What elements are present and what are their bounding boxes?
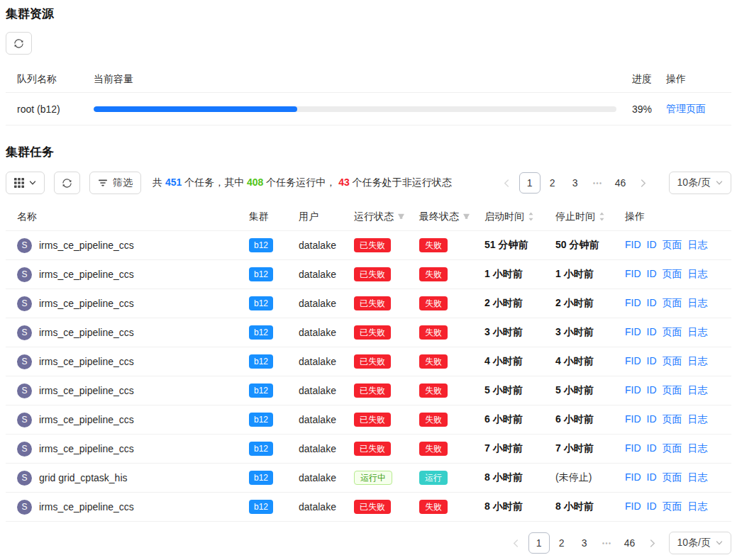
page-link[interactable]: 页面 (663, 268, 682, 281)
summary-text: 个任务运行中， (263, 177, 338, 188)
fid-link[interactable]: FID (625, 413, 641, 426)
table-row: S irms_ce_pipeline_ccs b12 datalake 已失败 … (6, 289, 731, 318)
stop-time-cell: 8 小时前 (555, 500, 625, 513)
id-link[interactable]: ID (647, 442, 657, 455)
page-button-3[interactable]: 3 (574, 532, 595, 554)
log-link[interactable]: 日志 (688, 471, 708, 484)
table-row: S irms_ce_pipeline_ccs b12 datalake 已失败 … (6, 376, 731, 405)
page-link[interactable]: 页面 (663, 442, 682, 455)
run-status-tag: 已失败 (354, 383, 391, 398)
run-status-filter-icon[interactable] (397, 213, 405, 220)
id-link[interactable]: ID (647, 471, 657, 484)
final-status-filter-icon[interactable] (462, 213, 470, 220)
progress-fill (94, 106, 297, 112)
log-link[interactable]: 日志 (688, 326, 708, 339)
page-button-3[interactable]: 3 (565, 172, 586, 194)
page-size-select[interactable]: 10条/页 (669, 532, 731, 554)
page-button-last[interactable]: 46 (610, 172, 631, 194)
stop-time-cell: 2 小时前 (555, 297, 625, 310)
col-header-capacity: 当前容量 (94, 73, 632, 86)
page-link[interactable]: 页面 (663, 297, 682, 310)
chevron-down-icon (716, 539, 723, 547)
id-link[interactable]: ID (647, 500, 657, 513)
fid-link[interactable]: FID (625, 297, 641, 310)
id-link[interactable]: ID (647, 268, 657, 281)
tasks-refresh-button[interactable] (54, 172, 80, 194)
log-link[interactable]: 日志 (688, 500, 708, 513)
id-link[interactable]: ID (647, 413, 657, 426)
stop-time-cell: (未停止) (555, 471, 625, 484)
log-link[interactable]: 日志 (688, 268, 708, 281)
start-time: 3 小时前 (484, 326, 555, 339)
page-link[interactable]: 页面 (663, 355, 682, 368)
fid-link[interactable]: FID (625, 471, 641, 484)
page-link[interactable]: 页面 (663, 239, 682, 252)
final-status-tag: 失败 (419, 442, 448, 456)
start-time: 4 小时前 (484, 355, 555, 368)
log-link[interactable]: 日志 (688, 355, 708, 368)
page-button-1[interactable]: 1 (519, 172, 541, 194)
spark-avatar: S (17, 296, 32, 311)
run-status-tag: 已失败 (354, 296, 391, 310)
col-header-stop-time: 停止时间 (555, 211, 595, 223)
prev-page-button[interactable] (506, 532, 527, 554)
prev-page-button[interactable] (497, 172, 518, 194)
columns-config-button[interactable] (6, 172, 45, 194)
log-link[interactable]: 日志 (688, 442, 708, 455)
id-link[interactable]: ID (647, 384, 657, 397)
log-link[interactable]: 日志 (688, 413, 708, 426)
tasks-table-body: S irms_ce_pipeline_ccs b12 datalake 已失败 … (6, 231, 731, 522)
task-name: irms_ce_pipeline_ccs (39, 269, 134, 280)
col-header-user: 用户 (299, 211, 354, 223)
fid-link[interactable]: FID (625, 268, 641, 281)
log-link[interactable]: 日志 (688, 239, 708, 252)
page-link[interactable]: 页面 (663, 326, 682, 339)
id-link[interactable]: ID (647, 326, 657, 339)
filter-lines-icon (98, 178, 108, 188)
start-time-sorter-icon[interactable] (528, 211, 534, 222)
log-link[interactable]: 日志 (688, 297, 708, 310)
next-page-button[interactable] (633, 172, 654, 194)
page-button-1[interactable]: 1 (528, 532, 550, 554)
manage-page-link[interactable]: 管理页面 (666, 103, 706, 114)
start-time: 8 小时前 (484, 471, 555, 484)
resources-refresh-button[interactable] (6, 32, 32, 55)
page-link[interactable]: 页面 (663, 471, 682, 484)
page-button-2[interactable]: 2 (542, 172, 563, 194)
fid-link[interactable]: FID (625, 442, 641, 455)
page-size-select[interactable]: 10条/页 (669, 172, 731, 194)
id-link[interactable]: ID (647, 239, 657, 252)
page-link[interactable]: 页面 (663, 384, 682, 397)
user-name: datalake (299, 327, 354, 338)
next-page-button[interactable] (642, 532, 663, 554)
id-link[interactable]: ID (647, 355, 657, 368)
page-button-2[interactable]: 2 (551, 532, 572, 554)
filter-button[interactable]: 筛选 (89, 172, 141, 194)
cluster-tag: b12 (249, 383, 273, 398)
final-status-tag: 失败 (419, 413, 448, 427)
resources-table-header: 队列名称 当前容量 进度 操作 (6, 66, 731, 93)
fid-link[interactable]: FID (625, 355, 641, 368)
refresh-icon (13, 38, 24, 49)
col-header-final-status: 最终状态 (419, 211, 459, 223)
task-name: irms_ce_pipeline_ccs (39, 501, 134, 513)
page-ellipsis[interactable]: ••• (587, 172, 609, 194)
fid-link[interactable]: FID (625, 326, 641, 339)
run-status-tag: 已失败 (354, 354, 391, 369)
page-button-last[interactable]: 46 (619, 532, 641, 554)
task-name: grid grid_cptask_his (39, 472, 128, 483)
fid-link[interactable]: FID (625, 384, 641, 397)
user-name: datalake (299, 298, 354, 309)
page-link[interactable]: 页面 (663, 413, 682, 426)
id-link[interactable]: ID (647, 297, 657, 310)
fid-link[interactable]: FID (625, 239, 641, 252)
start-time: 2 小时前 (484, 297, 555, 310)
run-status-tag: 已失败 (354, 442, 391, 456)
spark-avatar: S (17, 267, 32, 282)
page-ellipsis[interactable]: ••• (597, 532, 618, 554)
page-link[interactable]: 页面 (663, 500, 682, 513)
stop-time-sorter-icon[interactable] (599, 211, 605, 222)
log-link[interactable]: 日志 (688, 384, 708, 397)
grid-icon (14, 178, 24, 188)
fid-link[interactable]: FID (625, 500, 641, 513)
